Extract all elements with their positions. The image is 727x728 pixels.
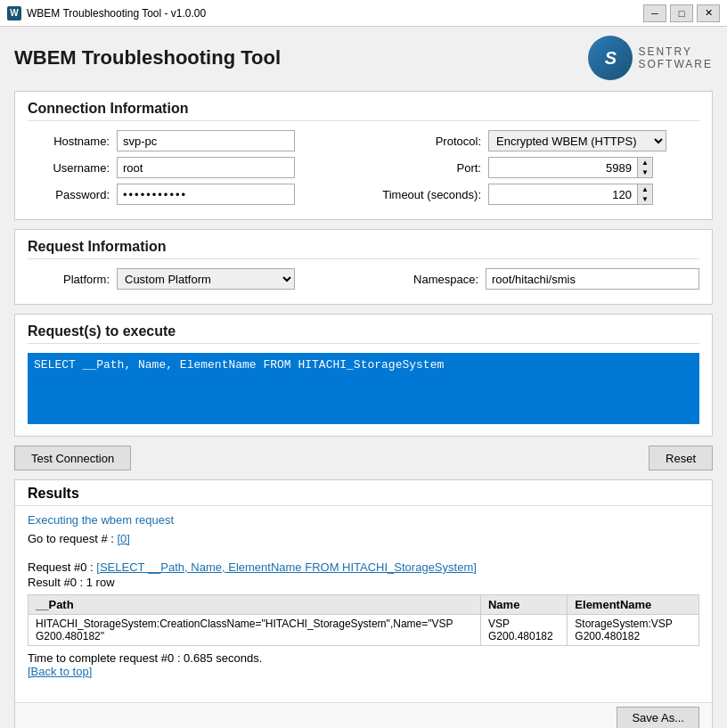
password-row: Password: [28,184,355,205]
back-to-top-link[interactable]: [Back to top] [28,665,92,678]
timeout-label: Timeout (seconds): [372,188,488,201]
timeout-down-button[interactable]: ▼ [638,194,652,204]
window-controls: ─ □ ✕ [643,4,720,22]
port-input-wrap: ▲ ▼ [488,157,653,178]
go-to-label: Go to request # : [28,532,117,545]
request-section: Request Information Platform: Custom Pla… [14,229,713,305]
title-bar-text: WBEM Troubleshooting Tool - v1.0.00 [27,7,206,20]
request-columns: Platform: Custom Platform VMware HP-UX A… [28,268,699,295]
result-table-body: HITACHI_StorageSystem:CreationClassName=… [29,615,699,646]
result-table-head: __Path Name ElementName [29,595,699,615]
connection-title: Connection Information [28,101,699,121]
test-connection-button[interactable]: Test Connection [14,446,131,470]
timeout-input[interactable] [488,184,638,205]
title-bar-left: W WBEM Troubleshooting Tool - v1.0.00 [7,6,206,20]
request-title: Request Information [28,239,699,259]
port-spinner: ▲ ▼ [638,157,653,178]
col-header-path: __Path [29,595,481,615]
timeout-row: Timeout (seconds): ▲ ▼ [372,184,699,205]
cell-elementname: StorageSystem:VSP G200.480182 [568,615,699,646]
namespace-label: Namespace: [370,273,486,286]
app-icon: W [7,6,21,20]
connection-right-col: Protocol: Encrypted WBEM (HTTPS) WBEM (H… [372,130,699,210]
maximize-button[interactable]: □ [670,4,693,22]
request-textarea[interactable]: SELECT __Path, Name, ElementName FROM HI… [28,353,699,424]
request-right-col: Namespace: [370,268,699,295]
go-to-request-line: Go to request # : [0] [28,532,699,545]
logo-icon: S [588,36,633,80]
col-header-elementname: ElementName [568,595,699,615]
timeout-input-wrap: ▲ ▼ [488,184,653,205]
platform-select-wrap: Custom Platform VMware HP-UX AIX Solaris [117,268,295,290]
results-content[interactable]: Executing the wbem request Go to request… [15,506,712,702]
platform-select[interactable]: Custom Platform VMware HP-UX AIX Solaris [117,268,295,290]
result-table: __Path Name ElementName HITACHI_StorageS… [28,594,699,646]
username-input[interactable] [117,157,295,178]
connection-section: Connection Information Hostname: Usernam… [14,91,713,220]
reset-button[interactable]: Reset [649,446,713,470]
col-header-name: Name [480,595,567,615]
result0-line: Result #0 : 1 row [28,576,699,589]
port-up-button[interactable]: ▲ [638,158,652,168]
request0-label: Request #0 : [28,560,96,574]
time-label: Time to complete request #0 : 0.685 seco… [28,651,699,665]
port-row: Port: ▲ ▼ [372,157,699,178]
protocol-label: Protocol: [372,135,488,148]
port-label: Port: [372,161,488,175]
results-title: Results [15,480,712,506]
cell-path: HITACHI_StorageSystem:CreationClassName=… [29,615,481,646]
platform-row: Platform: Custom Platform VMware HP-UX A… [28,268,352,290]
cell-name: VSP G200.480182 [480,615,567,646]
main-content: WBEM Troubleshooting Tool S SENTRY SOFTW… [0,27,727,728]
results-section: Results Executing the wbem request Go to… [14,479,713,728]
title-bar: W WBEM Troubleshooting Tool - v1.0.00 ─ … [0,0,727,27]
execute-section: Request(s) to execute SELECT __Path, Nam… [14,314,713,437]
save-as-button[interactable]: Save As... [617,707,699,728]
namespace-input[interactable] [486,268,699,290]
hostname-input[interactable] [117,130,295,151]
connection-left-col: Hostname: Username: Password: [28,130,355,210]
hostname-label: Hostname: [28,135,117,148]
timeout-up-button[interactable]: ▲ [638,184,652,194]
app-header: WBEM Troubleshooting Tool S SENTRY SOFTW… [14,36,713,80]
password-input[interactable] [117,184,295,205]
port-input[interactable] [488,157,638,178]
protocol-select[interactable]: Encrypted WBEM (HTTPS) WBEM (HTTP) CIM-X… [488,130,666,151]
logo-line1: SENTRY [638,45,713,58]
username-row: Username: [28,157,355,178]
platform-label: Platform: [28,273,117,286]
request-left-col: Platform: Custom Platform VMware HP-UX A… [28,268,352,295]
protocol-row: Protocol: Encrypted WBEM (HTTPS) WBEM (H… [372,130,699,151]
timeout-spinner: ▲ ▼ [638,184,653,205]
request0-query[interactable]: [SELECT __Path, Name, ElementName FROM H… [96,560,477,574]
minimize-button[interactable]: ─ [643,4,666,22]
request0-line: Request #0 : [SELECT __Path, Name, Eleme… [28,560,699,574]
close-button[interactable]: ✕ [697,4,720,22]
logo-text: SENTRY SOFTWARE [638,45,713,71]
logo-container: S SENTRY SOFTWARE [588,36,713,80]
table-row: HITACHI_StorageSystem:CreationClassName=… [29,615,699,646]
logo-line2: SOFTWARE [638,58,713,70]
namespace-row: Namespace: [370,268,699,290]
connection-columns: Hostname: Username: Password: Protocol: [28,130,699,210]
executing-header: Executing the wbem request [28,513,699,527]
button-row: Test Connection Reset [14,446,713,470]
port-down-button[interactable]: ▼ [638,168,652,177]
password-label: Password: [28,188,117,201]
app-title: WBEM Troubleshooting Tool [14,46,281,70]
execute-title: Request(s) to execute [28,323,699,344]
hostname-row: Hostname: [28,130,355,151]
result-table-header-row: __Path Name ElementName [29,595,699,615]
results-footer: Save As... [15,702,712,728]
username-label: Username: [28,161,117,175]
request-index-link[interactable]: [0] [117,532,129,545]
